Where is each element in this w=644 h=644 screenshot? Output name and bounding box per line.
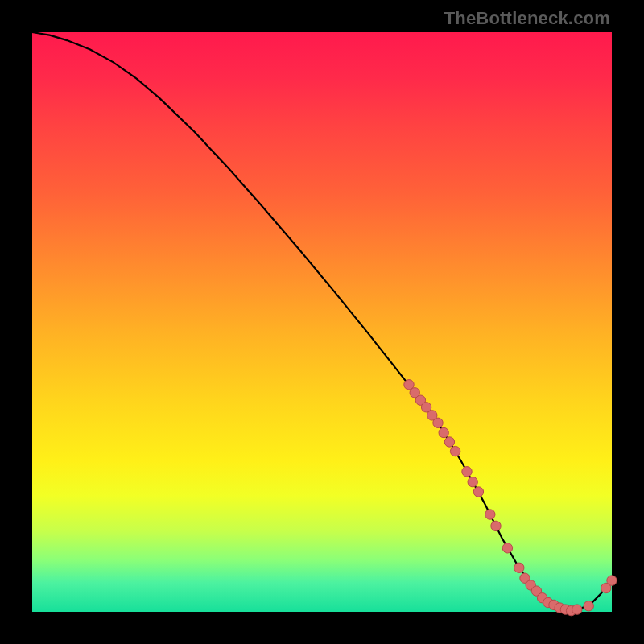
- data-marker: [462, 467, 472, 477]
- data-marker: [450, 446, 460, 456]
- chart-svg: [32, 32, 612, 612]
- data-marker: [485, 510, 495, 519]
- data-markers: [404, 380, 617, 616]
- data-marker: [584, 601, 593, 611]
- data-marker: [491, 521, 501, 530]
- data-marker: [572, 605, 582, 614]
- data-marker: [607, 576, 617, 585]
- watermark-text: TheBottleneck.com: [444, 8, 610, 29]
- data-marker: [473, 487, 483, 497]
- chart-frame: TheBottleneck.com: [0, 0, 644, 644]
- data-marker: [514, 563, 524, 572]
- data-marker: [433, 418, 443, 427]
- data-marker: [439, 427, 448, 437]
- data-marker: [502, 543, 512, 553]
- data-marker: [468, 477, 477, 487]
- bottleneck-curve: [32, 32, 612, 611]
- data-marker: [444, 437, 454, 447]
